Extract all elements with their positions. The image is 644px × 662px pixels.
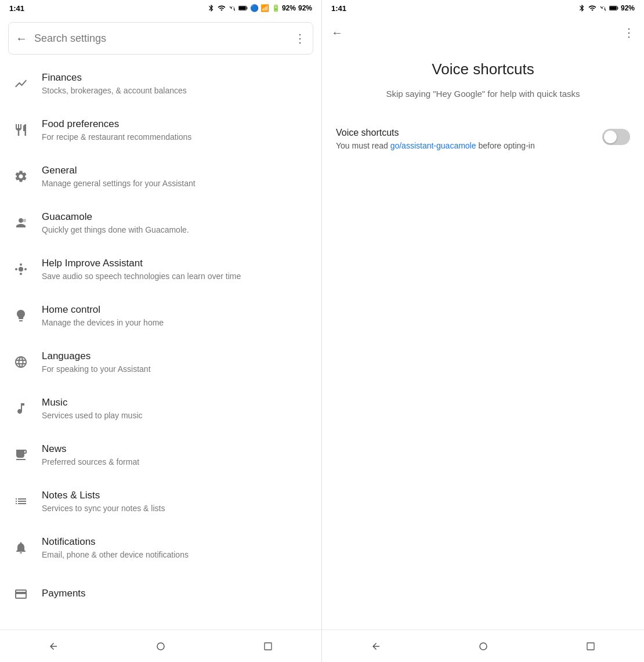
general-text: General Manage general settings for your… bbox=[42, 164, 196, 189]
right-status-time: 1:41 bbox=[331, 4, 346, 13]
home-control-subtitle: Manage the devices in your home bbox=[42, 317, 164, 328]
right-bluetooth-icon bbox=[578, 4, 586, 12]
languages-icon bbox=[9, 355, 32, 369]
voice-option-title: Voice shortcuts bbox=[336, 128, 593, 138]
right-back-button[interactable]: ← bbox=[331, 26, 343, 39]
settings-item-news[interactable]: News Preferred sources & format bbox=[0, 432, 321, 478]
guacamole-title: Guacamole bbox=[42, 211, 189, 223]
right-nav-recents[interactable] bbox=[577, 632, 605, 660]
left-status-icons: 🔵 📶 🔋 92% 92% bbox=[207, 4, 312, 12]
settings-item-languages[interactable]: Languages For speaking to your Assistant bbox=[0, 339, 321, 385]
search-bar[interactable]: ← Search settings ⋮ bbox=[8, 22, 313, 55]
svg-rect-13 bbox=[610, 6, 617, 9]
music-text: Music Services used to play music bbox=[42, 396, 143, 421]
left-battery-pct: 🔵 📶 🔋 92% bbox=[250, 4, 296, 12]
voice-option-text: Voice shortcuts You must read go/assista… bbox=[336, 128, 593, 152]
svg-point-7 bbox=[15, 268, 17, 270]
general-subtitle: Manage general settings for your Assista… bbox=[42, 178, 196, 189]
payments-title: Payments bbox=[42, 587, 86, 600]
svg-point-6 bbox=[20, 273, 22, 275]
guacamole-text: Guacamole Quickly get things done with G… bbox=[42, 211, 189, 235]
svg-point-8 bbox=[24, 268, 27, 270]
music-subtitle: Services used to play music bbox=[42, 410, 143, 421]
settings-item-home-control[interactable]: Home control Manage the devices in your … bbox=[0, 292, 321, 339]
home-control-icon bbox=[9, 309, 32, 323]
notes-subtitle: Services to sync your notes & lists bbox=[42, 503, 165, 513]
music-icon bbox=[9, 401, 32, 415]
settings-item-help[interactable]: Help Improve Assistant Save audio so spe… bbox=[0, 246, 321, 292]
food-text: Food preferences For recipe & restaurant… bbox=[42, 118, 191, 142]
left-status-bar: 1:41 🔵 📶 🔋 92% 92% bbox=[0, 0, 321, 16]
right-nav-home[interactable] bbox=[469, 632, 497, 660]
right-more-button[interactable]: ⋮ bbox=[623, 26, 635, 39]
settings-item-food[interactable]: Food preferences For recipe & restaurant… bbox=[0, 107, 321, 153]
home-control-text: Home control Manage the devices in your … bbox=[42, 303, 164, 328]
voice-option-desc-before: You must read bbox=[336, 141, 390, 150]
right-battery-icon bbox=[609, 5, 618, 11]
search-back-button[interactable]: ← bbox=[16, 32, 27, 45]
notes-text: Notes & Lists Services to sync your note… bbox=[42, 489, 165, 513]
left-nav-back[interactable] bbox=[39, 632, 67, 660]
wifi-icon bbox=[218, 4, 226, 12]
settings-item-payments[interactable]: Payments bbox=[0, 571, 321, 617]
bluetooth-icon bbox=[207, 4, 215, 12]
svg-point-5 bbox=[20, 263, 22, 266]
voice-option-desc-after: before opting-in bbox=[476, 141, 535, 150]
voice-shortcuts-subtitle: Skip saying "Hey Google" for help with q… bbox=[336, 88, 630, 100]
left-status-time: 1:41 bbox=[9, 4, 24, 13]
news-text: News Preferred sources & format bbox=[42, 443, 139, 467]
voice-shortcuts-content: Voice shortcuts Skip saying "Hey Google"… bbox=[322, 49, 644, 630]
search-input[interactable]: Search settings bbox=[34, 32, 294, 45]
voice-option-link[interactable]: go/assistant-guacamole bbox=[390, 141, 476, 150]
svg-rect-1 bbox=[247, 7, 247, 9]
toggle-track bbox=[602, 129, 630, 145]
notes-title: Notes & Lists bbox=[42, 489, 165, 502]
svg-rect-10 bbox=[265, 643, 272, 650]
search-more-button[interactable]: ⋮ bbox=[294, 31, 306, 45]
guacamole-icon bbox=[9, 216, 32, 230]
news-title: News bbox=[42, 443, 139, 455]
finances-subtitle: Stocks, brokerages, & account balances bbox=[42, 85, 187, 96]
right-wifi-icon bbox=[588, 4, 596, 12]
payments-icon bbox=[9, 587, 32, 601]
svg-point-9 bbox=[157, 643, 164, 650]
svg-rect-15 bbox=[587, 643, 594, 650]
news-subtitle: Preferred sources & format bbox=[42, 457, 139, 467]
food-icon bbox=[9, 123, 32, 137]
settings-list: Finances Stocks, brokerages, & account b… bbox=[0, 60, 321, 630]
notifications-icon bbox=[9, 541, 32, 555]
settings-item-finances[interactable]: Finances Stocks, brokerages, & account b… bbox=[0, 60, 321, 107]
settings-item-guacamole[interactable]: Guacamole Quickly get things done with G… bbox=[0, 200, 321, 246]
right-status-bar: 1:41 92% bbox=[322, 0, 644, 16]
notifications-text: Notifications Email, phone & other devic… bbox=[42, 536, 189, 560]
finances-icon bbox=[9, 77, 32, 91]
right-nav-back[interactable] bbox=[362, 632, 390, 660]
help-icon bbox=[9, 262, 32, 276]
help-title: Help Improve Assistant bbox=[42, 257, 241, 270]
voice-option-item: Voice shortcuts You must read go/assista… bbox=[336, 123, 630, 157]
left-panel: 1:41 🔵 📶 🔋 92% 92% ← Search settings ⋮ bbox=[0, 0, 322, 662]
languages-title: Languages bbox=[42, 350, 151, 363]
music-title: Music bbox=[42, 396, 143, 409]
settings-item-notifications[interactable]: Notifications Email, phone & other devic… bbox=[0, 524, 321, 571]
languages-text: Languages For speaking to your Assistant bbox=[42, 350, 151, 374]
settings-item-music[interactable]: Music Services used to play music bbox=[0, 385, 321, 432]
left-nav-recents[interactable] bbox=[254, 632, 282, 660]
settings-item-general[interactable]: General Manage general settings for your… bbox=[0, 153, 321, 200]
toggle-thumb bbox=[604, 131, 617, 143]
left-battery-label: 92% bbox=[298, 4, 312, 12]
svg-rect-2 bbox=[239, 6, 246, 9]
battery-icon bbox=[238, 5, 248, 11]
left-bottom-nav bbox=[0, 630, 321, 662]
right-status-icons: 92% bbox=[578, 4, 635, 12]
general-title: General bbox=[42, 164, 196, 177]
voice-toggle[interactable] bbox=[602, 129, 630, 145]
guacamole-subtitle: Quickly get things done with Guacamole. bbox=[42, 225, 189, 235]
left-nav-home[interactable] bbox=[147, 632, 175, 660]
settings-item-notes[interactable]: Notes & Lists Services to sync your note… bbox=[0, 478, 321, 524]
languages-subtitle: For speaking to your Assistant bbox=[42, 364, 151, 374]
payments-text: Payments bbox=[42, 587, 86, 601]
notifications-title: Notifications bbox=[42, 536, 189, 548]
food-subtitle: For recipe & restaurant recommendations bbox=[42, 132, 191, 142]
right-header: ← ⋮ bbox=[322, 16, 644, 49]
